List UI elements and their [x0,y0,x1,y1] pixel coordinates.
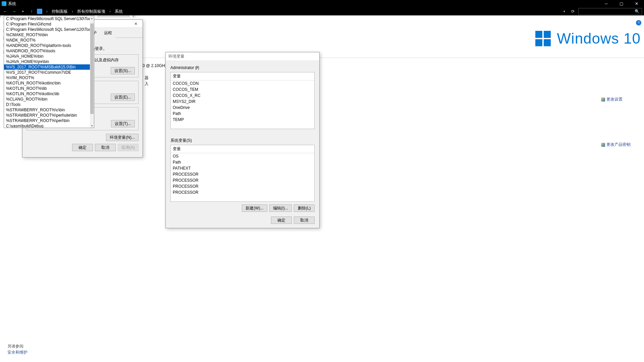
startup-settings-button[interactable]: 设置(T)... [111,120,135,127]
list-item[interactable]: PROCESSOR [171,189,314,195]
close-button[interactable]: ✕ [629,0,644,7]
path-entry[interactable]: %VS_2017_ROOT%\Common7\IDE [4,70,90,75]
path-entry[interactable]: %CLANG_ROOT%\bin [4,97,90,102]
path-entry[interactable]: %NDK_ROOT% [4,38,90,43]
user-vars-list[interactable]: 变量 COCOS_CONCOCOS_TEMCOCOS_X_RCMSYS2_DIR… [170,72,315,129]
path-entry[interactable]: C:\Program Files\Git\cmd [4,21,90,27]
scroll-up-icon[interactable]: ▴ [90,16,94,20]
close-icon[interactable]: ✕ [132,20,140,27]
security-maintenance-link[interactable]: 安全和维护 [7,350,28,355]
forward-button[interactable]: → [11,8,17,15]
path-entry[interactable]: C:\Program Files\Microsoft SQL Server\12… [4,27,90,32]
cpu-info: 0 @ 2.10GHz [143,63,167,68]
dialog-title: 环境变量 [168,54,184,59]
scrollbar-thumb[interactable] [90,23,94,114]
path-entry[interactable]: %VS_2017_ROOT%\MSBuild\15.0\Bin [4,64,90,70]
path-entry[interactable]: C:\Program Files\Microsoft SQL Server\13… [4,16,90,21]
environment-variables-dialog: 环境变量 Administrator 的 变量 COCOS_CONCOCOS_T… [165,52,320,228]
column-header-variable[interactable]: 变量 [173,146,181,152]
delete-sysvar-button[interactable]: 删除(L) [294,204,315,212]
cancel-button[interactable]: 取消 [95,144,116,151]
performance-settings-button[interactable]: 设置(S)... [111,67,135,74]
help-icon[interactable]: ? [636,20,641,25]
list-item[interactable]: Path [171,111,314,117]
brand: Windows 10 [535,30,641,47]
column-header-variable[interactable]: 变量 [173,73,181,79]
new-sysvar-button[interactable]: 新建(W)... [242,204,267,212]
maximize-button[interactable]: ▢ [614,0,629,7]
list-item[interactable]: OS [171,153,314,159]
app-icon [2,1,6,6]
apply-button[interactable]: 应用(A) [118,144,139,151]
shield-icon [601,143,605,147]
windows-logo-icon [535,31,551,46]
path-entry[interactable]: D:\Tools [4,102,90,107]
environment-variables-button[interactable]: 环境变量(N)... [106,134,139,141]
ok-button[interactable]: 确定 [72,144,93,151]
path-entry[interactable]: %CMAKE_ROOT%\bin [4,32,90,38]
list-item[interactable]: PROCESSOR [171,171,314,177]
peek-label-2: 入 [145,81,149,87]
window-titlebar: 系统 ─ ▢ ✕ [0,0,644,7]
list-item[interactable]: PATHEXT [171,165,314,171]
search-input[interactable]: 🔍 [578,8,642,15]
up-button[interactable]: ↑ [28,8,35,15]
list-item[interactable]: PROCESSOR [171,183,314,189]
user-profiles-settings-button[interactable]: 设置(E)... [111,94,135,101]
path-entry[interactable]: %JAVA_HOME%\jre\bin [4,59,90,64]
path-entry[interactable]: C:\yasm\build\Debug [4,123,90,128]
recent-dropdown[interactable]: ▾ [19,8,26,15]
list-item[interactable]: Path [171,159,314,165]
refresh-button[interactable]: ⟳ [570,8,576,15]
list-item[interactable]: COCOS_X_RC [171,93,314,99]
edit-sysvar-button[interactable]: 编辑(I)... [269,204,292,212]
change-product-key-link[interactable]: 更改产品密钥 [601,142,631,147]
change-settings-link[interactable]: 更改设置 [601,97,631,102]
ok-button[interactable]: 确定 [271,217,292,224]
path-entry[interactable]: %STRAWBERRY_ROOT%\perl\bin [4,118,90,123]
system-vars-label: 系统变量(S) [170,138,315,143]
back-button[interactable]: ← [2,8,9,15]
search-icon: 🔍 [635,9,640,14]
path-entry[interactable]: %KOTLIN_ROOT%\kotlinc\lib [4,91,90,97]
scrollbar[interactable]: ▴ ▾ [90,16,94,128]
cancel-button[interactable]: 取消 [294,217,315,224]
minimize-button[interactable]: ─ [599,0,614,7]
control-panel-icon [37,9,42,14]
breadcrumb-item[interactable]: 控制面板 [52,9,68,14]
tab-remote[interactable]: 远程 [100,28,116,38]
path-entry[interactable]: %ANDROID_ROOT%\tools [4,48,90,54]
peek-label-1: 器 [145,75,149,81]
list-item[interactable]: MSYS2_DIR [171,99,314,105]
brand-text: Windows 10 [557,30,641,47]
explorer-toolbar: ← → ▾ ↑ 控制面板 所有控制面板项 系统 ▾ ⟳ 🔍 [0,7,644,15]
path-entry[interactable]: %KOTLIN_ROOT%\lib [4,86,90,91]
path-entry[interactable]: %STRAWBERRY_ROOT%\perl\site\bin [4,113,90,118]
scroll-down-icon[interactable]: ▾ [90,124,94,128]
path-entry[interactable]: %ANDROID_ROOT%\platform-tools [4,43,90,48]
see-also-label: 另请参阅 [7,344,23,349]
list-item[interactable]: COCOS_CON [171,80,314,86]
path-entries-list[interactable]: C:\Program Files\Microsoft SQL Server\13… [4,16,94,128]
list-item[interactable]: OneDrive [171,105,314,111]
system-vars-list[interactable]: 变量 OSPathPATHEXTPROCESSORPROCESSORPROCES… [170,145,315,202]
shield-icon [601,98,605,102]
list-item[interactable]: TEMP [171,117,314,123]
path-entry[interactable]: %STRAWBERRY_ROOT%\c\bin [4,107,90,113]
user-vars-label: Administrator 的 [170,65,315,71]
breadcrumb-item[interactable]: 所有控制面板项 [77,9,105,14]
window-title: 系统 [8,1,16,7]
address-dropdown[interactable]: ▾ [561,8,568,15]
path-entry[interactable]: %JAVA_HOME%\bin [4,54,90,59]
path-entry[interactable]: %KOTLIN_ROOT%\kotlinc\bin [4,80,90,86]
breadcrumb-item[interactable]: 系统 [115,9,123,14]
list-item[interactable]: COCOS_TEM [171,86,314,93]
list-item[interactable]: PROCESSOR [171,177,314,183]
path-entry[interactable]: %VIM_ROOT% [4,75,90,80]
